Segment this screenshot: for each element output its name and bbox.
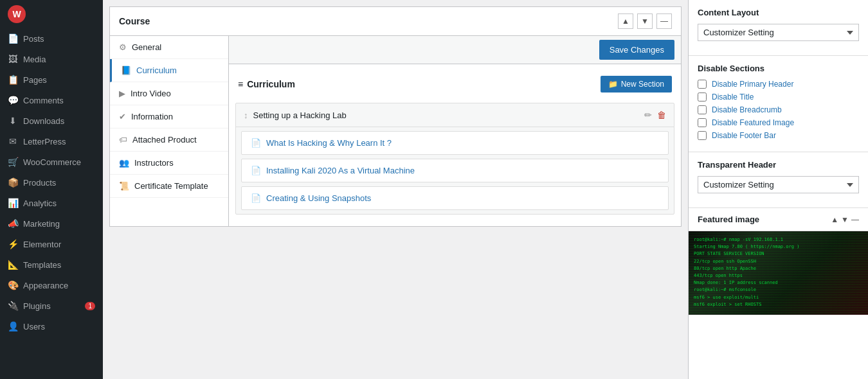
featured-image-code: root@kali:~# nmap -sV 192.168.1.1Startin… bbox=[689, 231, 868, 313]
lesson-item-l1[interactable]: 📄 What Is Hacking & Why Learn It ? bbox=[241, 131, 669, 155]
disable-sections-section: Disable Sections Disable Primary Header … bbox=[689, 56, 868, 152]
course-sidebar-item-intro_video[interactable]: ▶ Intro Video bbox=[110, 82, 228, 105]
transparent-header-select[interactable]: Customizer SettingEnableDisable bbox=[698, 176, 859, 193]
sidebar-label-templates: Templates bbox=[23, 260, 61, 270]
checkbox-disable_title[interactable] bbox=[698, 93, 707, 101]
sidebar: W 📄 Posts 🖼 Media 📋 Pages 💬 Comments ⬇ D… bbox=[0, 0, 103, 379]
new-section-label: New Section bbox=[621, 80, 664, 89]
edit-icon-section1[interactable]: ✏ bbox=[644, 110, 652, 120]
checkbox-label-disable_title[interactable]: Disable Title bbox=[712, 93, 754, 101]
cs-label-intro_video: Intro Video bbox=[131, 89, 171, 98]
sidebar-item-elementor[interactable]: ⚡ Elementor bbox=[0, 234, 103, 254]
featured-image-panel: Featured image ▲ ▼ — root@kali:~# nmap -… bbox=[689, 208, 868, 315]
sidebar-item-appearance[interactable]: 🎨 Appearance bbox=[0, 275, 103, 295]
sidebar-icon-appearance: 🎨 bbox=[8, 280, 18, 290]
section-name-section1: Setting up a Hacking Lab bbox=[253, 110, 347, 120]
course-sidebar-item-certificate_template[interactable]: 📜 Certificate Template bbox=[110, 175, 228, 198]
sidebar-item-posts[interactable]: 📄 Posts bbox=[0, 28, 103, 49]
course-sidebar-item-curriculum[interactable]: 📘 Curriculum bbox=[110, 59, 228, 82]
checkbox-label-disable_breadcrumb[interactable]: Disable Breadcrumb bbox=[712, 105, 782, 114]
sidebar-label-elementor: Elementor bbox=[23, 240, 61, 249]
checkbox-row-disable_footer_bar: Disable Footer Bar bbox=[698, 131, 859, 140]
sidebar-label-appearance: Appearance bbox=[23, 281, 68, 290]
content-layout-select[interactable]: Customizer SettingFull WidthBoxed bbox=[698, 24, 859, 41]
course-sidebar-item-general[interactable]: ⚙ General bbox=[110, 36, 228, 59]
wp-logo-icon: W bbox=[8, 5, 26, 23]
sidebar-item-products[interactable]: 📦 Products bbox=[0, 172, 103, 193]
sidebar-label-marketing: Marketing bbox=[23, 219, 60, 229]
sidebar-item-templates[interactable]: 📐 Templates bbox=[0, 254, 103, 275]
sidebar-item-analytics[interactable]: 📊 Analytics bbox=[0, 193, 103, 213]
checkbox-row-disable_breadcrumb: Disable Breadcrumb bbox=[698, 105, 859, 114]
code-line: root@kali:~# msfconsole bbox=[694, 286, 863, 294]
featured-image-minimize[interactable]: — bbox=[851, 215, 859, 224]
curriculum-label: Curriculum bbox=[247, 79, 295, 89]
course-sidebar-item-information[interactable]: ✔ Information bbox=[110, 105, 228, 128]
course-panel: Course ▲ ▼ — ⚙ General 📘 Curriculum ▶ In… bbox=[109, 6, 682, 227]
sidebar-icon-downloads: ⬇ bbox=[8, 116, 18, 126]
code-line: 80/tcp open http Apache bbox=[694, 265, 863, 272]
checkbox-disable_footer_bar[interactable] bbox=[698, 131, 707, 140]
section-title-section1: ↕ Setting up a Hacking Lab bbox=[244, 110, 347, 120]
code-line: PORT STATE SERVICE VERSION bbox=[694, 251, 863, 258]
panel-minimize-btn[interactable]: — bbox=[656, 13, 672, 29]
sidebar-icon-elementor: ⚡ bbox=[8, 239, 18, 249]
checkbox-disable_breadcrumb[interactable] bbox=[698, 105, 707, 114]
code-line: Nmap done: 1 IP address scanned bbox=[694, 279, 863, 286]
section-header-section1: ↕ Setting up a Hacking Lab ✏ 🗑 bbox=[236, 103, 674, 127]
cs-icon-attached_product: 🏷 bbox=[119, 135, 127, 145]
new-section-folder-icon: 📁 bbox=[608, 80, 618, 89]
disable-sections-title: Disable Sections bbox=[698, 64, 859, 73]
code-line: 443/tcp open https bbox=[694, 272, 863, 279]
checkbox-label-disable_primary_header[interactable]: Disable Primary Header bbox=[712, 80, 793, 89]
featured-image-header: Featured image ▲ ▼ — bbox=[689, 208, 868, 231]
content-layout-section: Content Layout Customizer SettingFull Wi… bbox=[689, 0, 868, 56]
transparent-header-select-wrapper: Customizer SettingEnableDisable bbox=[698, 176, 859, 193]
checkbox-label-disable_featured_image[interactable]: Disable Featured Image bbox=[712, 118, 794, 127]
sidebar-icon-users: 👤 bbox=[8, 321, 18, 331]
lesson-title-l3: Creating & Using Snapshots bbox=[266, 193, 371, 203]
code-line: msf6 > use exploit/multi bbox=[694, 294, 863, 301]
course-sidebar-item-attached_product[interactable]: 🏷 Attached Product bbox=[110, 128, 228, 152]
checkbox-label-disable_footer_bar[interactable]: Disable Footer Bar bbox=[712, 131, 776, 140]
main-content: Course ▲ ▼ — ⚙ General 📘 Curriculum ▶ In… bbox=[103, 0, 688, 379]
checkbox-disable_primary_header[interactable] bbox=[698, 80, 707, 89]
sidebar-item-letterpress[interactable]: ✉ LetterPress bbox=[0, 131, 103, 152]
delete-icon-section1[interactable]: 🗑 bbox=[657, 110, 666, 120]
new-section-button[interactable]: 📁 New Section bbox=[601, 76, 672, 93]
right-panel: Content Layout Customizer SettingFull Wi… bbox=[688, 0, 868, 379]
course-panel-header: Course ▲ ▼ — bbox=[110, 7, 681, 36]
sidebar-item-marketing[interactable]: 📣 Marketing bbox=[0, 213, 103, 234]
panel-collapse-down-btn[interactable]: ▼ bbox=[637, 13, 653, 29]
featured-image-collapse-down[interactable]: ▼ bbox=[841, 215, 849, 224]
code-line: msf6 exploit > set RHOSTS bbox=[694, 301, 863, 308]
cs-icon-general: ⚙ bbox=[119, 42, 127, 52]
sidebar-item-woocommerce[interactable]: 🛒 WooCommerce bbox=[0, 152, 103, 172]
cs-label-information: Information bbox=[131, 112, 173, 121]
sidebar-item-pages[interactable]: 📋 Pages bbox=[0, 69, 103, 90]
panel-collapse-up-btn[interactable]: ▲ bbox=[618, 13, 633, 29]
cs-icon-curriculum: 📘 bbox=[121, 66, 131, 75]
lesson-item-l3[interactable]: 📄 Creating & Using Snapshots bbox=[241, 186, 669, 210]
save-changes-button[interactable]: Save Changes bbox=[599, 40, 674, 60]
cs-icon-intro_video: ▶ bbox=[119, 89, 125, 98]
featured-image-preview[interactable]: root@kali:~# nmap -sV 192.168.1.1Startin… bbox=[689, 231, 868, 315]
sidebar-icon-plugins: 🔌 bbox=[8, 301, 18, 311]
sidebar-item-plugins[interactable]: 🔌 Plugins 1 bbox=[0, 295, 103, 316]
lesson-item-l2[interactable]: 📄 Installing Kali 2020 As a Virtual Mach… bbox=[241, 159, 669, 182]
checkbox-disable_featured_image[interactable] bbox=[698, 118, 707, 127]
featured-image-collapse-up[interactable]: ▲ bbox=[831, 215, 838, 224]
cs-icon-information: ✔ bbox=[119, 112, 126, 121]
checkbox-row-disable_primary_header: Disable Primary Header bbox=[698, 80, 859, 89]
sections-container: ↕ Setting up a Hacking Lab ✏ 🗑 📄 What Is… bbox=[235, 103, 674, 215]
sidebar-item-downloads[interactable]: ⬇ Downloads bbox=[0, 110, 103, 131]
checkbox-row-disable_title: Disable Title bbox=[698, 93, 859, 101]
lesson-icon-l1: 📄 bbox=[251, 138, 261, 148]
drag-icon-section1: ↕ bbox=[244, 110, 248, 120]
course-sidebar-item-instructors[interactable]: 👥 Instructors bbox=[110, 152, 228, 175]
sidebar-item-media[interactable]: 🖼 Media bbox=[0, 49, 103, 69]
sidebar-item-users[interactable]: 👤 Users bbox=[0, 316, 103, 337]
sidebar-item-comments[interactable]: 💬 Comments bbox=[0, 90, 103, 110]
code-line: Starting Nmap 7.80 ( https://nmap.org ) bbox=[694, 243, 863, 251]
sidebar-icon-posts: 📄 bbox=[8, 33, 18, 44]
